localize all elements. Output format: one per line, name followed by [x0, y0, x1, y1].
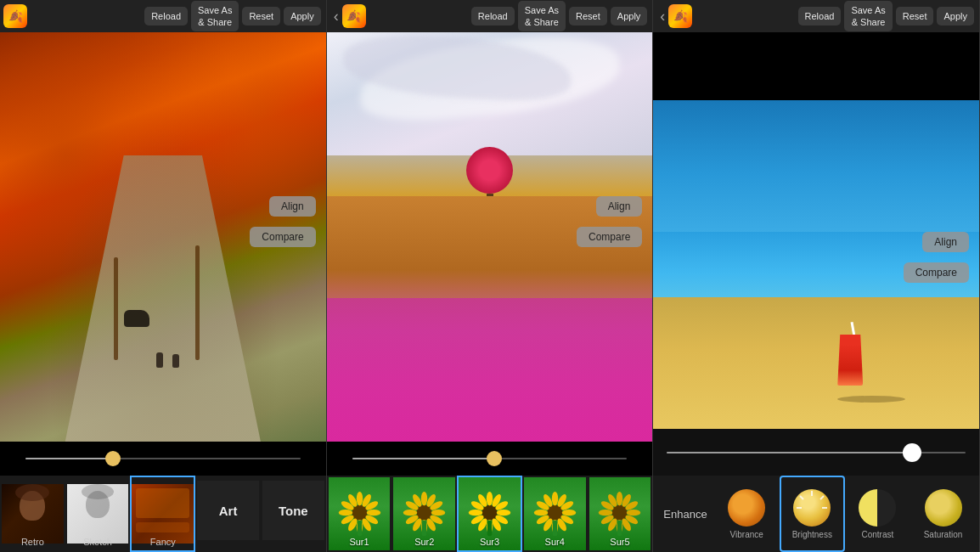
- svg-point-15: [421, 491, 427, 505]
- sunflower-icon-3: [466, 491, 513, 538]
- svg-point-60: [627, 510, 641, 515]
- svg-line-73: [800, 496, 803, 499]
- slider-thumb-1[interactable]: [105, 451, 121, 466]
- filter-tone[interactable]: Tone: [261, 476, 326, 552]
- slider-thumb-3[interactable]: [903, 443, 921, 462]
- svg-point-1: [356, 491, 362, 505]
- back-button-2[interactable]: ‹: [330, 8, 342, 25]
- svg-point-52: [533, 510, 548, 515]
- reload-button-1[interactable]: Reload: [144, 7, 188, 25]
- sunflower-icon-4: [532, 491, 578, 538]
- reset-button-2[interactable]: Reset: [569, 7, 607, 25]
- svg-point-57: [617, 491, 622, 505]
- filter-sur1[interactable]: Sur1: [327, 476, 392, 552]
- filter-sur5-label: Sur5: [610, 537, 629, 547]
- black-top-area: [653, 32, 979, 100]
- back-button-3[interactable]: ‹: [656, 8, 668, 25]
- contrast-icon: [859, 489, 896, 527]
- svg-point-14: [417, 504, 432, 520]
- reload-button-3[interactable]: Reload: [798, 7, 842, 25]
- vibrance-label: Vibrance: [730, 530, 763, 539]
- app-logo-1: 🍂: [3, 4, 27, 28]
- filter-sur1-label: Sur1: [349, 537, 369, 547]
- compare-button-2[interactable]: Compare: [577, 227, 642, 247]
- save-as-button-3[interactable]: Save As & Share: [844, 1, 892, 32]
- svg-point-32: [497, 510, 511, 515]
- apply-button-2[interactable]: Apply: [611, 7, 648, 25]
- slider-track-1: [25, 458, 301, 459]
- panel-2: ‹ 🍂 Reload Save As & Share Reset Apply A…: [327, 0, 654, 552]
- filter-art[interactable]: Art: [195, 476, 261, 552]
- reset-button-1[interactable]: Reset: [242, 7, 280, 25]
- sunflower-icon-2: [401, 491, 448, 538]
- svg-point-4: [366, 510, 380, 515]
- filter-sur2[interactable]: Sur2: [391, 476, 457, 552]
- panel-3: ‹ 🍂 Reload Save As & Share Reset Apply A…: [653, 0, 980, 552]
- filter-sur3-label: Sur3: [480, 537, 499, 547]
- svg-point-43: [552, 491, 558, 505]
- filter-fancy[interactable]: Fancy: [130, 476, 195, 552]
- sunflower-icon-5: [596, 491, 643, 538]
- svg-point-18: [431, 510, 446, 515]
- enhance-contrast[interactable]: Contrast: [845, 476, 910, 552]
- enhance-brightness[interactable]: Brightness: [780, 476, 845, 552]
- toolbar-3: ‹ 🍂 Reload Save As & Share Reset Apply: [653, 0, 979, 32]
- saturation-label: Saturation: [924, 530, 963, 539]
- brightness-icon: [793, 489, 831, 527]
- panel-1: 🍂 Reload Save As & Share Reset Apply Ali…: [0, 0, 327, 552]
- filter-sketch[interactable]: Sketch: [65, 476, 131, 552]
- save-as-button-1[interactable]: Save As & Share: [191, 1, 239, 32]
- apply-button-3[interactable]: Apply: [937, 7, 974, 25]
- slider-area-1[interactable]: [0, 442, 326, 476]
- filter-fancy-label: Fancy: [150, 537, 176, 547]
- black-mid-area: [653, 429, 979, 476]
- compare-button-1[interactable]: Compare: [250, 227, 315, 247]
- slider-area-2[interactable]: [327, 442, 653, 476]
- filter-retro[interactable]: Retro: [0, 476, 65, 552]
- enhance-bar: Enhance Vibrance: [653, 476, 979, 552]
- svg-line-72: [820, 496, 824, 499]
- svg-point-10: [338, 510, 352, 515]
- enhance-vibrance[interactable]: Vibrance: [714, 476, 780, 552]
- filter-sur4-label: Sur4: [545, 537, 565, 547]
- align-button-1[interactable]: Align: [269, 196, 316, 217]
- svg-rect-55: [552, 520, 557, 535]
- image-area-3: Align Compare: [653, 100, 979, 429]
- sunflower-icon-1: [336, 491, 383, 538]
- image-area-1: Align Compare: [0, 32, 326, 442]
- reset-button-3[interactable]: Reset: [896, 7, 934, 25]
- apply-button-1[interactable]: Apply: [284, 7, 321, 25]
- svg-rect-27: [422, 520, 427, 535]
- filter-sketch-label: Sketch: [83, 537, 112, 547]
- vibrance-icon: [728, 489, 765, 527]
- filter-bar-1: Retro Sketch Fancy Art: [0, 476, 326, 552]
- svg-point-24: [403, 510, 418, 515]
- image-area-2: Align Compare: [327, 32, 653, 442]
- slider-thumb-2[interactable]: [487, 451, 502, 466]
- svg-point-38: [469, 510, 483, 515]
- svg-point-29: [487, 491, 493, 505]
- filter-tone-text: Tone: [279, 504, 308, 518]
- svg-rect-41: [487, 520, 493, 535]
- slider-track-3: [667, 452, 966, 453]
- toolbar-1: 🍂 Reload Save As & Share Reset Apply: [0, 0, 326, 32]
- brightness-label: Brightness: [792, 530, 832, 539]
- filter-sur4[interactable]: Sur4: [522, 476, 588, 552]
- svg-rect-69: [617, 520, 622, 535]
- filter-bar-2: Sur1: [327, 476, 653, 552]
- filter-sur3[interactable]: Sur3: [457, 476, 522, 552]
- compare-button-3[interactable]: Compare: [904, 262, 969, 283]
- saturation-icon: [925, 489, 962, 527]
- filter-sur5[interactable]: Sur5: [588, 476, 653, 552]
- save-as-button-2[interactable]: Save As & Share: [518, 1, 566, 32]
- filter-sur2-label: Sur2: [414, 537, 434, 547]
- align-button-2[interactable]: Align: [596, 196, 643, 217]
- svg-point-0: [352, 504, 367, 520]
- enhance-saturation[interactable]: Saturation: [910, 476, 976, 552]
- svg-rect-13: [357, 520, 362, 535]
- contrast-label: Contrast: [862, 530, 894, 539]
- svg-point-66: [599, 510, 613, 515]
- reload-button-2[interactable]: Reload: [471, 7, 515, 25]
- align-button-3[interactable]: Align: [922, 232, 969, 252]
- svg-point-56: [612, 504, 628, 520]
